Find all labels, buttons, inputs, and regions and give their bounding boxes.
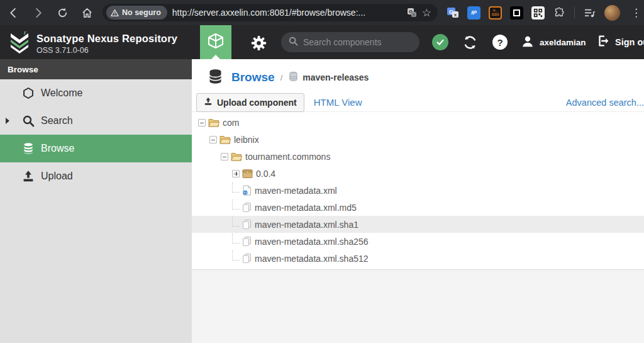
sidebar-item-label: Browse xyxy=(41,143,74,154)
html-view-link[interactable]: HTML View xyxy=(314,97,362,108)
main-content: Browse / maven-releases Upload component… xyxy=(192,59,644,343)
profile-avatar[interactable] xyxy=(604,5,620,21)
bookmark-star-icon[interactable]: ☆ xyxy=(422,6,431,20)
tree-node-label: leibnix xyxy=(234,135,259,145)
file-copy-icon xyxy=(242,202,252,213)
tree-node[interactable]: maven-metadata.xml.sha1 xyxy=(192,216,644,233)
gear-icon[interactable] xyxy=(250,35,267,54)
svg-text:r: r xyxy=(24,30,26,36)
tree-node[interactable]: com xyxy=(192,114,644,131)
sign-out-label: Sign out xyxy=(615,37,644,47)
sidebar-header: Browse xyxy=(0,59,192,79)
browse-cube-icon xyxy=(207,32,225,52)
tree-node[interactable]: leibnix xyxy=(192,131,644,148)
sign-out-button[interactable]: Sign out xyxy=(596,34,644,50)
folder-open-icon xyxy=(208,118,219,128)
component-search[interactable] xyxy=(281,32,419,52)
nexus-header: r Sonatype Nexus Repository OSS 3.71.0-0… xyxy=(0,25,644,59)
sign-out-icon xyxy=(596,34,610,50)
warning-icon xyxy=(111,9,119,17)
reload-icon[interactable] xyxy=(55,6,69,20)
tree-elbow xyxy=(232,216,240,227)
tree-node-label: maven-metadata.xml.sha1 xyxy=(255,220,358,230)
sidebar-item-welcome[interactable]: Welcome xyxy=(0,79,192,107)
forward-icon[interactable] xyxy=(31,6,45,20)
database-icon xyxy=(207,68,224,87)
collapse-expander-icon[interactable] xyxy=(221,153,228,160)
upload-icon xyxy=(21,170,36,183)
tree-elbow xyxy=(232,233,240,244)
sidebar: Browse WelcomeSearchBrowseUpload xyxy=(0,59,192,343)
tree-node[interactable]: maven-metadata.xml.md5 xyxy=(192,199,644,216)
breadcrumb-separator: / xyxy=(280,73,283,82)
tab-browse-mode[interactable] xyxy=(200,25,231,59)
repository-icon xyxy=(288,71,299,84)
toolbar: Upload component HTML View Advanced sear… xyxy=(192,88,644,112)
tree-elbow xyxy=(232,200,240,210)
username: axeldamian xyxy=(540,38,586,47)
extensions-puzzle-icon[interactable] xyxy=(553,6,566,20)
tree-node[interactable]: 0.0.4 xyxy=(192,165,644,182)
collapse-expander-icon[interactable] xyxy=(198,119,206,127)
help-icon[interactable]: ? xyxy=(492,35,508,50)
ip-extension-icon[interactable]: IP xyxy=(467,6,480,20)
tree-node[interactable]: tournament.commons xyxy=(192,148,644,165)
expand-expander-icon[interactable] xyxy=(232,170,240,177)
screenshot-extension-icon[interactable] xyxy=(510,6,523,20)
file-copy-icon xyxy=(242,219,252,230)
breadcrumb-current: maven-releases xyxy=(303,72,369,82)
tree-node[interactable]: maven-metadata.xml.sha512 xyxy=(192,250,644,267)
translate-icon[interactable]: Gt xyxy=(407,8,417,18)
repository-tree: comleibnixtournament.commons0.0.4maven-m… xyxy=(192,112,644,267)
file-copy-icon xyxy=(242,253,252,264)
user-menu[interactable]: axeldamian xyxy=(521,35,586,50)
search-icon xyxy=(289,37,298,48)
xml-file-icon xyxy=(242,185,252,196)
chevron-right-icon[interactable] xyxy=(6,118,9,124)
magnifier-icon xyxy=(21,115,36,127)
package-icon xyxy=(242,169,253,179)
breadcrumb-root[interactable]: Browse xyxy=(231,70,275,84)
tree-node-label: maven-metadata.xml.sha512 xyxy=(255,254,369,264)
product-title: Sonatype Nexus Repository xyxy=(36,33,177,45)
collapse-expander-icon[interactable] xyxy=(209,136,217,143)
translate-extension-icon[interactable]: Gx xyxy=(446,6,459,20)
playlist-icon[interactable] xyxy=(583,6,596,20)
url-bar[interactable]: No seguro http://server.axxelin.com:8081… xyxy=(103,4,438,21)
tree-node-label: maven-metadata.xml.sha256 xyxy=(255,237,369,247)
user-icon xyxy=(521,35,535,50)
menu-dots-icon[interactable]: ⋮ xyxy=(628,6,644,20)
tree-node[interactable]: maven-metadata.xml xyxy=(192,182,644,199)
url-text[interactable]: http://server.axxelin.com:8081/#browse/b… xyxy=(172,8,402,18)
sidebar-item-upload[interactable]: Upload xyxy=(0,162,192,190)
folder-open-icon xyxy=(219,135,231,145)
back-icon[interactable] xyxy=(6,6,20,20)
security-chip[interactable]: No seguro xyxy=(106,6,167,20)
sidebar-item-label: Search xyxy=(41,115,73,127)
breadcrumb: Browse / maven-releases xyxy=(192,59,644,88)
search-input[interactable] xyxy=(303,37,404,47)
tree-node-label: 0.0.4 xyxy=(256,169,275,179)
hexagon-icon xyxy=(21,87,36,99)
svg-text:t: t xyxy=(413,13,414,17)
toolbar-divider xyxy=(574,7,575,18)
health-check-icon[interactable] xyxy=(432,34,448,50)
tree-node-label: maven-metadata.xml.md5 xyxy=(255,203,357,213)
tree-elbow xyxy=(232,250,240,261)
folder-open-icon xyxy=(231,152,242,162)
qr-extension-icon[interactable] xyxy=(531,6,545,20)
sidebar-item-search[interactable]: Search xyxy=(0,107,192,135)
tree-node-label: com xyxy=(223,118,239,128)
svg-text:x: x xyxy=(453,12,457,18)
sidebar-item-browse[interactable]: Browse xyxy=(0,135,192,162)
refresh-icon[interactable] xyxy=(462,35,478,53)
tree-node[interactable]: maven-metadata.xml.sha256 xyxy=(192,233,644,250)
sidebar-item-label: Upload xyxy=(41,171,73,182)
ssh-extension-icon[interactable]: >_SSH xyxy=(489,6,502,20)
browse-panel: Browse / maven-releases Upload component… xyxy=(192,59,644,270)
upload-component-button[interactable]: Upload component xyxy=(196,93,304,112)
sidebar-item-label: Welcome xyxy=(41,87,82,99)
home-icon[interactable] xyxy=(80,6,94,20)
product-edition: OSS 3.71.0-06 xyxy=(36,46,177,55)
advanced-search-link[interactable]: Advanced search... xyxy=(566,98,644,108)
